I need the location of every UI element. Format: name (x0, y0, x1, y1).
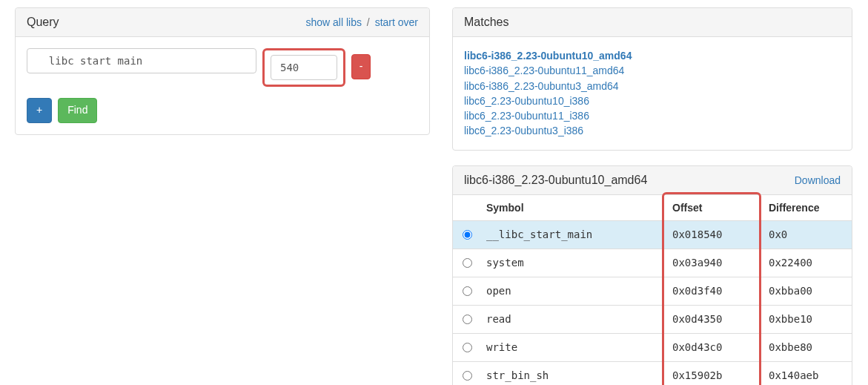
row-radio[interactable] (463, 343, 472, 352)
table-row: open0x0d3f400xbba00 (453, 277, 852, 305)
table-row: write0x0d43c00xbbe80 (453, 333, 852, 361)
query-row: - (27, 48, 418, 87)
remove-row-button[interactable]: - (351, 54, 371, 79)
cell-symbol: str_bin_sh (480, 361, 666, 385)
row-radio[interactable] (463, 371, 472, 381)
symbols-table: Symbol Offset Difference __libc_start_ma… (453, 195, 852, 385)
cell-offset: 0x0d3f40 (666, 277, 763, 305)
find-button[interactable]: Find (58, 98, 97, 123)
cell-symbol: __libc_start_main (480, 220, 666, 249)
symbols-panel-heading: libc6-i386_2.23-0ubuntu10_amd64 Download (453, 166, 852, 195)
cell-symbol: system (480, 249, 666, 277)
matches-panel: Matches libc6-i386_2.23-0ubuntu10_amd64l… (452, 7, 852, 151)
cell-offset: 0x0d43c0 (666, 333, 763, 361)
download-link[interactable]: Download (795, 174, 841, 186)
match-link[interactable]: libc6_2.23-0ubuntu3_i386 (464, 123, 841, 138)
cell-offset: 0x0d4350 (666, 305, 763, 333)
show-all-libs-link[interactable]: show all libs (305, 16, 361, 28)
th-offset: Offset (666, 195, 763, 221)
cell-difference: 0x0 (763, 220, 852, 249)
addr-highlight-box (262, 48, 345, 87)
query-panel-heading: Query show all libs / start over (16, 8, 429, 37)
symbols-panel: libc6-i386_2.23-0ubuntu10_amd64 Download… (452, 165, 852, 385)
link-separator: / (367, 16, 370, 28)
matches-panel-body: libc6-i386_2.23-0ubuntu10_amd64libc6-i38… (453, 37, 852, 150)
matches-title: Matches (464, 16, 508, 29)
cell-difference: 0xbba00 (763, 277, 852, 305)
match-link[interactable]: libc6-i386_2.23-0ubuntu11_amd64 (464, 63, 841, 78)
query-title: Query (27, 16, 59, 29)
cell-difference: 0xbbe10 (763, 305, 852, 333)
start-over-link[interactable]: start over (375, 16, 418, 28)
table-row: system0x03a9400x22400 (453, 249, 852, 277)
cell-difference: 0xbbe80 (763, 333, 852, 361)
cell-offset: 0x15902b (666, 361, 763, 385)
match-link[interactable]: libc6-i386_2.23-0ubuntu10_amd64 (464, 48, 841, 63)
match-link[interactable]: libc6-i386_2.23-0ubuntu3_amd64 (464, 79, 841, 93)
address-input[interactable] (271, 55, 337, 80)
row-radio[interactable] (463, 286, 472, 296)
th-symbol: Symbol (480, 195, 666, 221)
cell-offset: 0x018540 (666, 220, 763, 249)
table-header-row: Symbol Offset Difference (453, 195, 852, 221)
query-panel-body: - + Find (16, 37, 429, 134)
symbols-panel-body: Symbol Offset Difference __libc_start_ma… (453, 195, 852, 385)
cell-symbol: open (480, 277, 666, 305)
query-heading-links: show all libs / start over (305, 16, 418, 28)
row-radio[interactable] (463, 258, 472, 268)
symbol-input[interactable] (27, 48, 256, 73)
cell-difference: 0x22400 (763, 249, 852, 277)
matches-list: libc6-i386_2.23-0ubuntu10_amd64libc6-i38… (464, 48, 841, 139)
table-row: __libc_start_main0x0185400x0 (453, 220, 852, 249)
table-row: str_bin_sh0x15902b0x140aeb (453, 361, 852, 385)
query-button-row: + Find (27, 98, 418, 123)
cell-difference: 0x140aeb (763, 361, 852, 385)
query-panel: Query show all libs / start over - + (15, 7, 430, 135)
cell-symbol: write (480, 333, 666, 361)
add-row-button[interactable]: + (27, 98, 52, 123)
th-difference: Difference (763, 195, 852, 221)
cell-symbol: read (480, 305, 666, 333)
row-radio[interactable] (463, 315, 472, 324)
cell-offset: 0x03a940 (666, 249, 763, 277)
symbols-title: libc6-i386_2.23-0ubuntu10_amd64 (464, 174, 647, 187)
th-radio (453, 195, 480, 221)
match-link[interactable]: libc6_2.23-0ubuntu11_i386 (464, 108, 841, 123)
match-link[interactable]: libc6_2.23-0ubuntu10_i386 (464, 93, 841, 108)
row-radio[interactable] (463, 230, 472, 240)
table-row: read0x0d43500xbbe10 (453, 305, 852, 333)
matches-panel-heading: Matches (453, 8, 852, 37)
